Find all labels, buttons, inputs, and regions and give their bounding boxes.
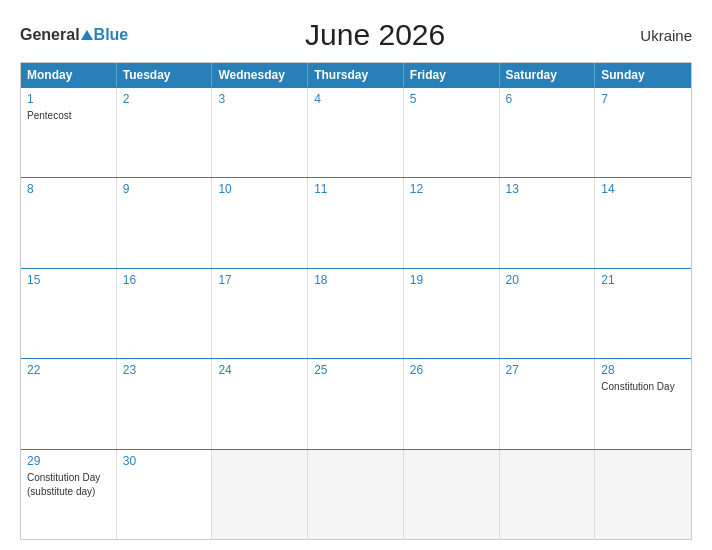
cell-fri-26[interactable]: 26 xyxy=(404,359,500,448)
cell-sun-21[interactable]: 21 xyxy=(595,269,691,358)
cell-mon-22[interactable]: 22 xyxy=(21,359,117,448)
day-num: 4 xyxy=(314,92,397,106)
day-num: 19 xyxy=(410,273,493,287)
week-4: 22 23 24 25 26 27 28 Constitution Day xyxy=(21,358,691,448)
cell-sat-13[interactable]: 13 xyxy=(500,178,596,267)
cell-fri-5[interactable]: 5 xyxy=(404,88,500,177)
day-num: 3 xyxy=(218,92,301,106)
calendar-body: 1 Pentecost 2 3 4 5 6 7 8 9 10 11 12 13 … xyxy=(21,87,691,539)
week-5: 29 Constitution Day (substitute day) 30 xyxy=(21,449,691,539)
event-pentecost: Pentecost xyxy=(27,110,71,121)
day-num: 18 xyxy=(314,273,397,287)
logo-blue-text: Blue xyxy=(94,27,129,43)
header-saturday: Saturday xyxy=(500,63,596,87)
header-monday: Monday xyxy=(21,63,117,87)
day-num: 28 xyxy=(601,363,685,377)
day-num: 1 xyxy=(27,92,110,106)
day-num: 12 xyxy=(410,182,493,196)
cell-wed-empty xyxy=(212,450,308,539)
header: General Blue June 2026 Ukraine xyxy=(20,18,692,52)
page: General Blue June 2026 Ukraine Monday Tu… xyxy=(0,0,712,550)
cell-sun-empty xyxy=(595,450,691,539)
header-thursday: Thursday xyxy=(308,63,404,87)
day-num: 29 xyxy=(27,454,110,468)
cell-thu-11[interactable]: 11 xyxy=(308,178,404,267)
cell-tue-30[interactable]: 30 xyxy=(117,450,213,539)
day-num: 30 xyxy=(123,454,206,468)
calendar-header: Monday Tuesday Wednesday Thursday Friday… xyxy=(21,63,691,87)
cell-sun-28[interactable]: 28 Constitution Day xyxy=(595,359,691,448)
day-num: 8 xyxy=(27,182,110,196)
logo-general-text: General xyxy=(20,27,80,43)
cell-mon-8[interactable]: 8 xyxy=(21,178,117,267)
day-num: 21 xyxy=(601,273,685,287)
cell-mon-29[interactable]: 29 Constitution Day (substitute day) xyxy=(21,450,117,539)
logo-triangle-icon xyxy=(81,30,93,40)
day-num: 20 xyxy=(506,273,589,287)
day-num: 2 xyxy=(123,92,206,106)
day-num: 10 xyxy=(218,182,301,196)
header-friday: Friday xyxy=(404,63,500,87)
cell-fri-12[interactable]: 12 xyxy=(404,178,500,267)
cell-thu-18[interactable]: 18 xyxy=(308,269,404,358)
cell-fri-19[interactable]: 19 xyxy=(404,269,500,358)
week-2: 8 9 10 11 12 13 14 xyxy=(21,177,691,267)
day-num: 16 xyxy=(123,273,206,287)
cell-tue-2[interactable]: 2 xyxy=(117,88,213,177)
day-num: 13 xyxy=(506,182,589,196)
cell-sat-6[interactable]: 6 xyxy=(500,88,596,177)
cell-wed-10[interactable]: 10 xyxy=(212,178,308,267)
day-num: 27 xyxy=(506,363,589,377)
day-num: 26 xyxy=(410,363,493,377)
day-num: 7 xyxy=(601,92,685,106)
day-num: 14 xyxy=(601,182,685,196)
cell-sat-20[interactable]: 20 xyxy=(500,269,596,358)
cell-sat-27[interactable]: 27 xyxy=(500,359,596,448)
cell-mon-1[interactable]: 1 Pentecost xyxy=(21,88,117,177)
cell-sat-empty xyxy=(500,450,596,539)
header-sunday: Sunday xyxy=(595,63,691,87)
cell-sun-7[interactable]: 7 xyxy=(595,88,691,177)
day-num: 17 xyxy=(218,273,301,287)
calendar: Monday Tuesday Wednesday Thursday Friday… xyxy=(20,62,692,540)
day-num: 15 xyxy=(27,273,110,287)
cell-thu-empty xyxy=(308,450,404,539)
day-num: 6 xyxy=(506,92,589,106)
country-label: Ukraine xyxy=(622,27,692,44)
day-num: 9 xyxy=(123,182,206,196)
cell-tue-23[interactable]: 23 xyxy=(117,359,213,448)
week-1: 1 Pentecost 2 3 4 5 6 7 xyxy=(21,87,691,177)
cell-wed-17[interactable]: 17 xyxy=(212,269,308,358)
day-num: 23 xyxy=(123,363,206,377)
logo: General Blue xyxy=(20,27,128,43)
header-tuesday: Tuesday xyxy=(117,63,213,87)
event-constitution-day: Constitution Day xyxy=(601,381,674,392)
cell-tue-16[interactable]: 16 xyxy=(117,269,213,358)
day-num: 5 xyxy=(410,92,493,106)
cell-thu-4[interactable]: 4 xyxy=(308,88,404,177)
week-3: 15 16 17 18 19 20 21 xyxy=(21,268,691,358)
page-title: June 2026 xyxy=(128,18,622,52)
day-num: 22 xyxy=(27,363,110,377)
cell-tue-9[interactable]: 9 xyxy=(117,178,213,267)
cell-thu-25[interactable]: 25 xyxy=(308,359,404,448)
cell-fri-empty xyxy=(404,450,500,539)
day-num: 11 xyxy=(314,182,397,196)
day-num: 24 xyxy=(218,363,301,377)
header-wednesday: Wednesday xyxy=(212,63,308,87)
event-constitution-substitute: Constitution Day (substitute day) xyxy=(27,472,100,497)
cell-wed-24[interactable]: 24 xyxy=(212,359,308,448)
cell-mon-15[interactable]: 15 xyxy=(21,269,117,358)
cell-wed-3[interactable]: 3 xyxy=(212,88,308,177)
cell-sun-14[interactable]: 14 xyxy=(595,178,691,267)
day-num: 25 xyxy=(314,363,397,377)
